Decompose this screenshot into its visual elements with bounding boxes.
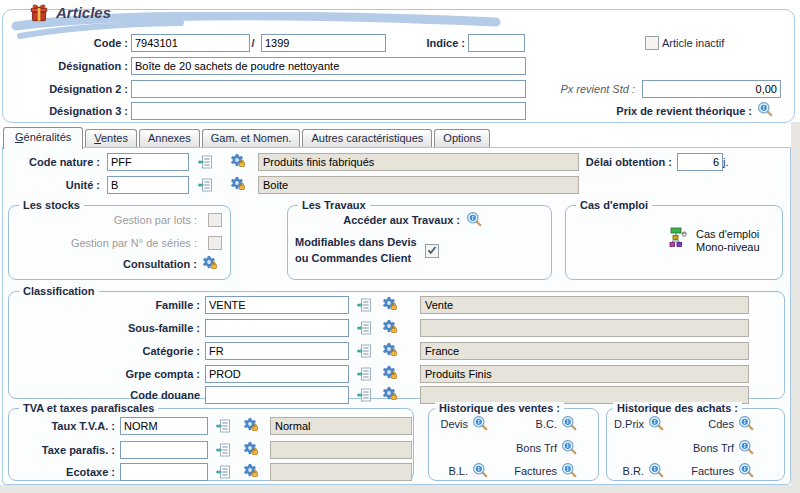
cas-emploi-link-line2[interactable]: Mono-niveau (696, 241, 760, 253)
article-inactif-checkbox[interactable] (645, 36, 659, 50)
categorie-input[interactable]: FR (205, 342, 349, 360)
grpe-compta-label: Grpe compta : (40, 368, 200, 380)
gift-icon (28, 2, 50, 24)
achats-bons-trf-label: Bons Trf (678, 442, 734, 454)
unite-gear-icon[interactable] (230, 176, 246, 192)
taux-tva-gear-icon[interactable] (243, 417, 259, 433)
sous-famille-input[interactable] (205, 319, 349, 337)
page-title: Articles (56, 4, 111, 21)
bc-label: B.C. (500, 418, 557, 430)
historique-ventes-title: Historique des ventes : (435, 402, 564, 414)
famille-gear-icon[interactable] (382, 296, 398, 312)
designation-label: Désignation : (0, 60, 128, 72)
designation2-input[interactable] (131, 80, 526, 98)
modifiables-checkbox[interactable] (425, 244, 439, 258)
sous-famille-list-select-icon[interactable] (357, 321, 371, 335)
window-bottom-margin (0, 485, 800, 493)
ecotaxe-display (270, 463, 412, 481)
delai-obtention-input[interactable]: 6 (677, 153, 723, 171)
taxe-parafis-input[interactable] (120, 441, 208, 459)
grpe-compta-list-select-icon[interactable] (357, 367, 371, 381)
achats-factures-magnifier-icon[interactable] (738, 462, 754, 478)
devis-magnifier-icon[interactable] (472, 415, 488, 431)
categorie-label: Catégorie : (40, 345, 200, 357)
cas-emploi-group-title: Cas d'emploi (576, 199, 652, 211)
designation-input[interactable]: Boîte de 20 sachets de poudre nettoyante (131, 57, 526, 75)
taux-tva-label: Taux T.V.A. : (0, 420, 115, 432)
tva-group-title: TVA et taxes parafiscales (19, 402, 158, 414)
grpe-compta-input[interactable]: PROD (205, 365, 349, 383)
taxe-parafis-gear-icon[interactable] (243, 441, 259, 457)
classification-group-title: Classification (19, 285, 99, 297)
code-douane-gear-icon[interactable] (382, 386, 398, 402)
unite-list-select-icon[interactable] (198, 178, 212, 192)
px-revient-std-input[interactable]: 0,00 (642, 80, 781, 98)
dprix-label: D.Prix (604, 418, 644, 430)
cdes-label: Cdes (678, 418, 734, 430)
ventes-factures-label: Factures (500, 465, 557, 477)
ecotaxe-input[interactable] (120, 463, 208, 481)
unite-label: Unité : (0, 179, 100, 191)
famille-list-select-icon[interactable] (357, 298, 371, 312)
code-douane-label: Code douane (40, 389, 200, 401)
tab-autres-caracteristiques[interactable]: Autres caractéristiques (302, 129, 432, 147)
cas-emploi-link-line1[interactable]: Cas d'emploi (696, 228, 759, 240)
taux-tva-input[interactable]: NORM (120, 417, 208, 435)
gestion-lots-checkbox (208, 213, 222, 227)
devis-label: Devis (426, 418, 468, 430)
unite-input[interactable]: B (107, 176, 189, 194)
taxe-parafis-display (270, 441, 412, 459)
tab-options[interactable]: Options (434, 129, 490, 147)
modifiables-label-line1: Modifiables dans Devis (295, 236, 417, 248)
historique-achats-title: Historique des achats : (613, 402, 742, 414)
ecotaxe-label: Ecotaxe : (0, 466, 115, 478)
code-nature-gear-icon[interactable] (230, 153, 246, 169)
prix-revient-theorique-label: Prix de revient théorique : (500, 105, 752, 117)
stocks-group-title: Les stocks (19, 199, 84, 211)
ventes-factures-magnifier-icon[interactable] (561, 462, 577, 478)
gestion-lots-label: Gestion par lots : (15, 214, 197, 226)
ecotaxe-list-select-icon[interactable] (216, 465, 230, 479)
br-magnifier-icon[interactable] (648, 462, 664, 478)
tab-annexes[interactable]: Annexes (139, 129, 200, 147)
bc-magnifier-icon[interactable] (561, 415, 577, 431)
unite-display: Boite (258, 176, 579, 194)
sous-famille-gear-icon[interactable] (382, 319, 398, 335)
window-right-margin (791, 122, 800, 485)
grpe-compta-gear-icon[interactable] (382, 365, 398, 381)
achats-bons-trf-magnifier-icon[interactable] (738, 439, 754, 455)
prix-theorique-magnifier-icon[interactable] (757, 101, 773, 117)
article-inactif-label: Article inactif (662, 37, 762, 49)
cas-emploi-hierarchy-icon[interactable] (668, 226, 690, 248)
bl-magnifier-icon[interactable] (472, 462, 488, 478)
taux-tva-list-select-icon[interactable] (216, 419, 230, 433)
categorie-list-select-icon[interactable] (357, 344, 371, 358)
sous-famille-display (420, 319, 749, 337)
code-douane-list-select-icon[interactable] (357, 388, 371, 402)
famille-input[interactable]: VENTE (205, 296, 349, 314)
designation3-input[interactable] (131, 102, 526, 120)
tab-ventes[interactable]: Ventes (85, 129, 137, 147)
travaux-group-title: Les Travaux (298, 199, 370, 211)
tab-gam-et-nomen[interactable]: Gam. et Nomen. (202, 129, 301, 147)
ventes-bons-trf-magnifier-icon[interactable] (561, 439, 577, 455)
taxe-parafis-list-select-icon[interactable] (216, 443, 230, 457)
categorie-gear-icon[interactable] (382, 342, 398, 358)
consultation-gear-icon[interactable] (202, 255, 218, 271)
designation3-label: Désignation 3 : (0, 105, 128, 117)
famille-display: Vente (420, 296, 749, 314)
ecotaxe-gear-icon[interactable] (243, 463, 259, 479)
acceder-travaux-magnifier-icon[interactable] (466, 211, 482, 227)
code-nature-list-select-icon[interactable] (198, 155, 212, 169)
delai-obtention-unit: j. (723, 156, 743, 168)
ventes-bons-trf-label: Bons Trf (500, 442, 557, 454)
modifiables-label-line2: ou Commandes Client (295, 252, 411, 264)
cdes-magnifier-icon[interactable] (738, 415, 754, 431)
code-douane-input[interactable] (205, 386, 349, 404)
code-nature-input[interactable]: PFF (107, 153, 189, 171)
dprix-magnifier-icon[interactable] (648, 415, 664, 431)
tab-generalites[interactable]: Généralités (3, 127, 83, 149)
code-nature-label: Code nature : (0, 156, 100, 168)
taxe-parafis-label: Taxe parafis. : (0, 444, 115, 456)
bl-label: B.L. (426, 465, 468, 477)
